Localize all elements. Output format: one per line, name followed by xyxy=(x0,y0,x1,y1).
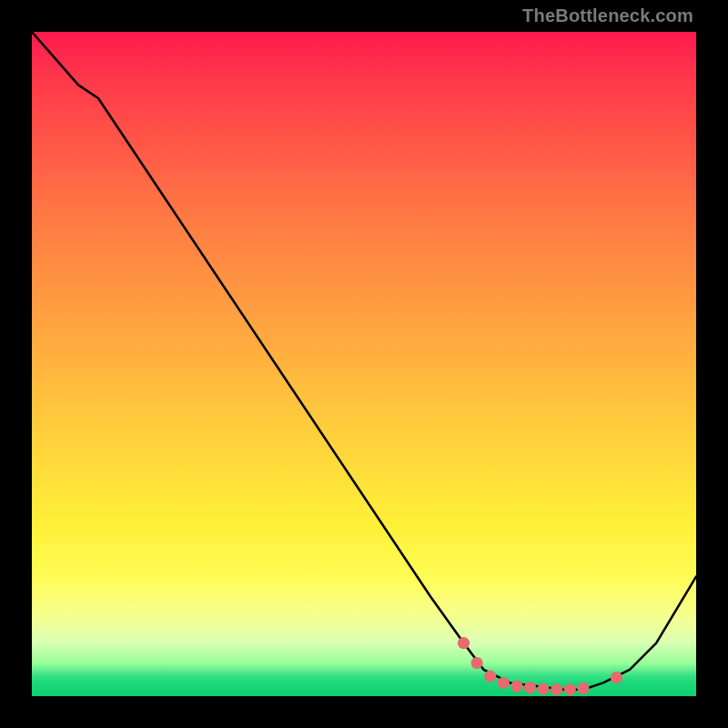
marker-dot xyxy=(611,672,622,683)
chart-plot-area xyxy=(32,32,696,696)
marker-dot xyxy=(524,682,536,693)
chart-frame: TheBottleneck.com xyxy=(0,0,728,728)
watermark-text: TheBottleneck.com xyxy=(522,5,693,26)
marker-dot xyxy=(511,680,522,692)
marker-dot xyxy=(564,683,576,695)
marker-dot xyxy=(538,682,550,694)
bottleneck-curve xyxy=(32,32,696,690)
marker-dot xyxy=(577,682,589,694)
marker-dot xyxy=(484,671,496,682)
marker-dot xyxy=(471,657,483,669)
chart-svg xyxy=(32,32,696,696)
marker-dot xyxy=(551,683,562,695)
marker-dot xyxy=(458,637,470,649)
marker-dot xyxy=(498,677,510,689)
